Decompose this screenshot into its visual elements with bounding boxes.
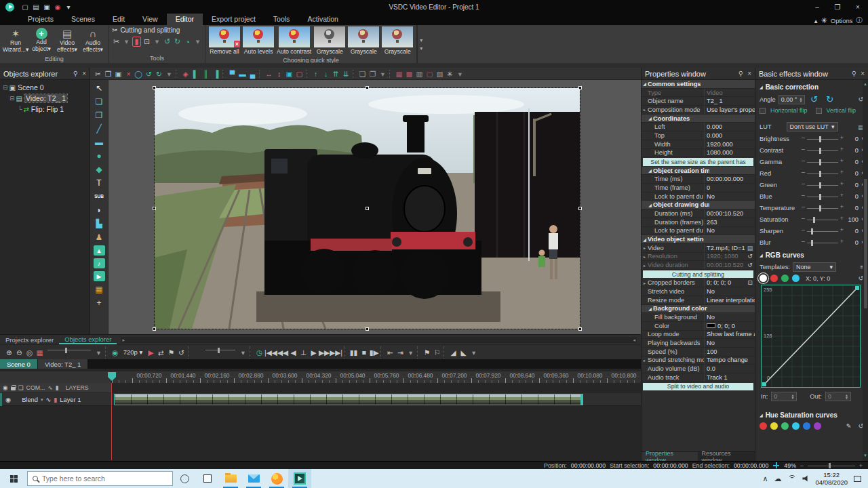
property-row[interactable]: Duration (frames) 263 <box>642 218 755 227</box>
property-value[interactable]: No <box>704 227 755 235</box>
original-size-icon[interactable]: ▢ <box>294 68 304 79</box>
property-value[interactable]: T2.mp4; ID=1 <box>704 244 745 252</box>
selection-marker-icon[interactable]: ◈ <box>180 68 191 79</box>
add-video-icon[interactable]: ▶ <box>94 271 105 281</box>
pause-icon[interactable]: ▮▮ <box>349 346 359 359</box>
dropdown-icon[interactable]: ▾ <box>469 346 479 359</box>
dropdown-icon[interactable]: ▾ <box>164 68 174 79</box>
out-input[interactable]: 0 ▲▼ <box>825 392 851 401</box>
separator[interactable] <box>389 70 393 78</box>
rectangle-icon[interactable]: ▬ <box>92 136 106 149</box>
tree-item[interactable]: └ ⇄ Flip: Flip 1 <box>0 104 90 115</box>
property-value[interactable]: 0.0 <box>704 365 755 373</box>
separator[interactable] <box>259 70 262 78</box>
timeline-mode-icon[interactable]: ▦ <box>35 346 45 359</box>
sprite-icon[interactable]: ▦ <box>92 283 106 296</box>
gear-icon[interactable]: ✳ <box>821 16 827 25</box>
align-center-icon[interactable]: ║ <box>201 68 211 79</box>
align-right-icon[interactable]: ▐ <box>211 68 221 79</box>
dropdown-icon[interactable]: ▾ <box>378 68 388 79</box>
undo-icon[interactable]: ↺ <box>144 68 154 79</box>
hue-color-dot[interactable] <box>770 422 778 430</box>
scene-tab[interactable]: Video: T2_ 1 <box>38 359 88 369</box>
in-input[interactable]: 0 ▲▼ <box>771 392 797 401</box>
tree-expander-icon[interactable]: └ <box>18 106 22 113</box>
slider-handle[interactable] <box>811 228 813 235</box>
property-value[interactable]: Linear interpolation <box>704 296 755 304</box>
explorer-tab[interactable]: Objects explorer <box>59 335 117 344</box>
align-left-icon[interactable]: ▌ <box>191 68 201 79</box>
tray-expand-icon[interactable]: ∧ <box>762 474 768 483</box>
hue-color-dot[interactable] <box>760 422 767 430</box>
move-down-icon[interactable]: ↓ <box>321 68 331 79</box>
property-value[interactable]: No <box>704 339 755 347</box>
shift-back-icon[interactable]: ◢ <box>448 346 458 359</box>
minimize-button[interactable]: – <box>807 0 827 14</box>
snap-grid-icon[interactable]: ▩ <box>404 68 414 79</box>
separator[interactable] <box>188 346 191 359</box>
curve-templates-select[interactable]: None▾ <box>793 262 836 272</box>
previous-object-icon[interactable]: ◀◀ <box>277 346 288 359</box>
property-action-icon[interactable] <box>745 245 755 251</box>
slider-handle[interactable] <box>819 194 821 200</box>
previous-frame-icon[interactable]: ◀ <box>288 346 298 359</box>
rgb-curve-editor[interactable]: 255 128 0 <box>761 285 861 388</box>
property-value[interactable]: No <box>704 192 755 201</box>
preview-quality-select[interactable]: 720p ▾ <box>120 346 146 359</box>
property-value[interactable]: 00:00:10.520 <box>704 261 745 269</box>
composition-mode-label[interactable]: COM... <box>26 384 45 391</box>
property-value[interactable]: 00:00:00.000 <box>704 175 755 183</box>
property-value[interactable]: 0; 0; 0 <box>704 322 755 330</box>
volume-icon[interactable] <box>802 475 809 482</box>
restore-button[interactable]: ❐ <box>827 0 848 14</box>
next-frame-icon[interactable]: ▶▶ <box>319 346 330 359</box>
speed-icon[interactable]: ◔ <box>183 37 192 47</box>
deselect-icon[interactable]: ◯ <box>134 68 144 79</box>
property-row[interactable]: Background color <box>642 305 755 314</box>
separator[interactable] <box>380 346 384 359</box>
align-top-icon[interactable]: ▀ <box>227 68 237 79</box>
vsdc-taskbar-button[interactable] <box>288 469 311 488</box>
jump-forward-icon[interactable]: ⇥ <box>395 346 406 359</box>
chart-icon[interactable]: ▙ <box>92 217 106 230</box>
slider-handle[interactable] <box>819 182 821 188</box>
group-icon[interactable]: ❏ <box>357 68 368 79</box>
cortana-button[interactable] <box>173 469 196 488</box>
hue-color-dot[interactable] <box>814 422 821 430</box>
property-row[interactable]: Audio volume (dB) 0.0 <box>642 365 755 373</box>
separator[interactable] <box>250 346 253 359</box>
movement-icon[interactable]: + <box>92 296 106 310</box>
play-icon[interactable]: ▶ <box>309 346 319 359</box>
property-action-icon[interactable] <box>745 253 755 260</box>
stop-at-end-icon[interactable]: ▮▶ <box>369 346 379 359</box>
separator[interactable] <box>222 70 226 78</box>
close-panel-icon[interactable]: × <box>861 70 865 77</box>
channel-dot[interactable] <box>770 274 778 282</box>
separator[interactable] <box>353 70 356 78</box>
go-to-start-icon[interactable]: |◀◀ <box>264 346 277 359</box>
property-row[interactable]: Audio track Track 1 <box>642 373 755 382</box>
effect-slider[interactable] <box>803 228 842 235</box>
level-icon[interactable]: ▮ <box>56 384 59 391</box>
pin-icon[interactable]: ⚲ <box>73 70 78 77</box>
property-row[interactable]: Time (ms) 00:00:00.000 <box>642 175 755 184</box>
crosshair-icon[interactable] <box>772 462 780 469</box>
timeline-scale-slider[interactable] <box>47 346 91 359</box>
marker-tool-icon[interactable]: ▮ <box>132 37 141 47</box>
separator[interactable] <box>417 346 420 359</box>
pin-icon[interactable]: ⚲ <box>852 70 856 77</box>
close-panel-icon[interactable]: × <box>82 70 86 77</box>
fit-screen-icon[interactable]: ▣ <box>284 68 294 79</box>
property-row[interactable]: Color 0; 0; 0 <box>642 322 755 331</box>
styles-scroll-up-icon[interactable]: ▾ <box>420 37 422 43</box>
blend-dropdown-icon[interactable]: ▾ <box>41 397 43 403</box>
property-row[interactable]: Video duration 00:00:10.520 <box>642 261 755 270</box>
cut-icon[interactable]: ✂ <box>93 68 103 79</box>
video-clip-filmstrip[interactable] <box>114 394 583 405</box>
property-row[interactable]: Object drawing duration <box>642 201 755 209</box>
property-row[interactable]: Duration (ms) 00:00:10.520 <box>642 209 755 218</box>
quick-style-button[interactable]: Auto levels <box>243 26 274 55</box>
hue-color-dot[interactable] <box>803 422 810 430</box>
task-view-button[interactable] <box>196 469 219 488</box>
property-row[interactable]: Composition mode Use layer's properties <box>642 106 755 115</box>
